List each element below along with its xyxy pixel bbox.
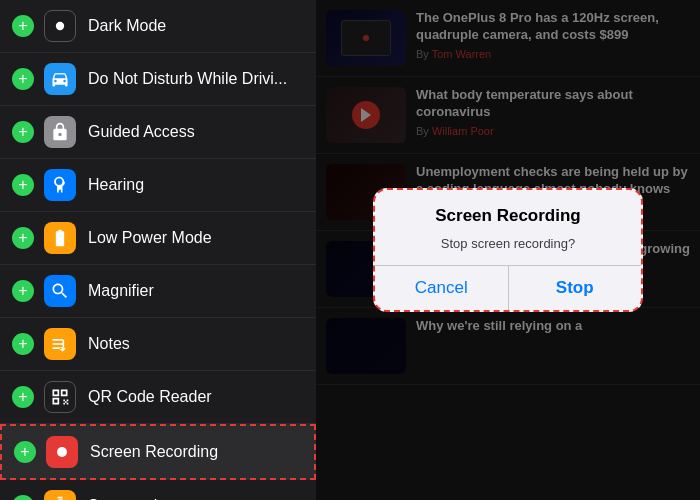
battery-icon (44, 222, 76, 254)
dialog-title: Screen Recording (391, 206, 625, 226)
dialog-message: Stop screen recording? (375, 236, 641, 265)
dark-mode-icon (44, 10, 76, 42)
settings-item-notes[interactable]: + Notes (0, 318, 316, 371)
news-panel: The OnePlus 8 Pro has a 120Hz screen, qu… (316, 0, 700, 500)
guided-access-label: Guided Access (88, 123, 195, 141)
settings-item-guided-access[interactable]: + Guided Access (0, 106, 316, 159)
dialog-cancel-button[interactable]: Cancel (375, 266, 509, 310)
dialog-overlay: Screen Recording Stop screen recording? … (316, 0, 700, 500)
lock-icon (44, 116, 76, 148)
dnd-label: Do Not Disturb While Drivi... (88, 70, 287, 88)
notes-label: Notes (88, 335, 130, 353)
settings-item-dark-mode[interactable]: + Dark Mode (0, 0, 316, 53)
add-magnifier-btn[interactable]: + (12, 280, 34, 302)
qr-icon (44, 381, 76, 413)
settings-panel: + Dark Mode + Do Not Disturb While Drivi… (0, 0, 316, 500)
settings-item-qr[interactable]: + QR Code Reader (0, 371, 316, 424)
settings-item-dnd[interactable]: + Do Not Disturb While Drivi... (0, 53, 316, 106)
svg-point-0 (56, 22, 64, 30)
settings-item-magnifier[interactable]: + Magnifier (0, 265, 316, 318)
qr-label: QR Code Reader (88, 388, 212, 406)
add-hearing-btn[interactable]: + (12, 174, 34, 196)
low-power-label: Low Power Mode (88, 229, 212, 247)
add-low-power-btn[interactable]: + (12, 227, 34, 249)
svg-point-1 (57, 447, 67, 457)
ear-icon (44, 169, 76, 201)
settings-item-hearing[interactable]: + Hearing (0, 159, 316, 212)
stopwatch-icon (44, 490, 76, 500)
add-qr-btn[interactable]: + (12, 386, 34, 408)
settings-item-low-power[interactable]: + Low Power Mode (0, 212, 316, 265)
add-dark-mode-btn[interactable]: + (12, 15, 34, 37)
dialog-stop-button[interactable]: Stop (509, 266, 642, 310)
notes-icon (44, 328, 76, 360)
settings-item-stopwatch[interactable]: + Stopwatch (0, 480, 316, 500)
add-stopwatch-btn[interactable]: + (12, 495, 34, 500)
add-guided-btn[interactable]: + (12, 121, 34, 143)
magnifier-icon (44, 275, 76, 307)
screen-recording-dialog: Screen Recording Stop screen recording? … (373, 188, 643, 312)
car-icon (44, 63, 76, 95)
dialog-header: Screen Recording (375, 190, 641, 236)
record-icon (46, 436, 78, 468)
settings-item-screen-recording[interactable]: + Screen Recording (0, 424, 316, 480)
add-dnd-btn[interactable]: + (12, 68, 34, 90)
add-notes-btn[interactable]: + (12, 333, 34, 355)
dialog-actions: Cancel Stop (375, 265, 641, 310)
hearing-label: Hearing (88, 176, 144, 194)
magnifier-label: Magnifier (88, 282, 154, 300)
screen-recording-label: Screen Recording (90, 443, 218, 461)
add-screen-rec-btn[interactable]: + (14, 441, 36, 463)
dark-mode-label: Dark Mode (88, 17, 166, 35)
